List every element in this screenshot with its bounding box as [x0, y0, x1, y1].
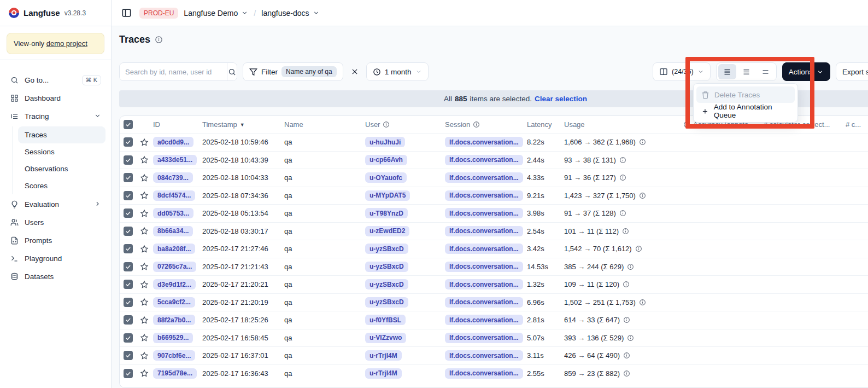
- menu-item-add-to-annotation-queue[interactable]: Add to Annotation Queue: [696, 103, 795, 119]
- star-icon[interactable]: [140, 316, 149, 325]
- row-checkbox[interactable]: [124, 351, 133, 360]
- user-badge[interactable]: u-MYpDAT5: [365, 190, 410, 201]
- trace-id-badge[interactable]: 07265c7a...: [153, 262, 196, 272]
- session-badge[interactable]: lf.docs.conversation...: [445, 190, 523, 201]
- row-checkbox[interactable]: [124, 209, 133, 218]
- column-header-timestamp[interactable]: Timestamp▼: [202, 120, 284, 129]
- session-badge[interactable]: lf.docs.conversation...: [445, 315, 523, 325]
- row-checkbox[interactable]: [124, 155, 133, 165]
- star-icon[interactable]: [140, 227, 149, 235]
- table-row[interactable]: a0cd0d9... 2025-02-18 10:59:46 qa u-huJh…: [120, 133, 868, 151]
- session-badge[interactable]: lf.docs.conversation...: [445, 226, 523, 236]
- column-header-id[interactable]: ID: [153, 120, 202, 129]
- row-checkbox[interactable]: [124, 280, 133, 289]
- star-icon[interactable]: [140, 298, 149, 306]
- info-icon[interactable]: [635, 245, 642, 252]
- info-icon[interactable]: [623, 316, 630, 323]
- user-badge[interactable]: u-yzSBxcD: [365, 244, 408, 254]
- sidebar-item-users[interactable]: Users: [5, 213, 105, 231]
- row-checkbox[interactable]: [124, 191, 133, 200]
- sidebar-item-goto[interactable]: Go to... ⌘ K: [5, 71, 105, 89]
- column-header-name[interactable]: Name: [284, 120, 365, 129]
- star-icon[interactable]: [140, 333, 149, 342]
- star-icon[interactable]: [140, 280, 149, 289]
- table-row[interactable]: 07265c7a... 2025-02-17 21:21:43 qa u-yzS…: [120, 258, 868, 276]
- star-icon[interactable]: [140, 209, 149, 218]
- user-badge[interactable]: u-rTrjI4M: [365, 350, 402, 361]
- sidebar-item-dashboard[interactable]: Dashboard: [5, 89, 105, 107]
- sidebar-item-sessions[interactable]: Sessions: [18, 143, 105, 160]
- session-badge[interactable]: lf.docs.conversation...: [445, 297, 523, 308]
- info-icon[interactable]: [619, 174, 626, 181]
- trace-id-badge[interactable]: 5cca9cf2...: [153, 297, 195, 308]
- table-row[interactable]: a433de51... 2025-02-18 10:43:39 qa u-cp6…: [120, 151, 868, 169]
- star-icon[interactable]: [140, 369, 149, 378]
- sidebar-item-prompts[interactable]: Prompts: [5, 231, 105, 250]
- row-height-small-button[interactable]: [718, 64, 736, 79]
- user-badge[interactable]: u-OYauofc: [365, 172, 407, 183]
- column-header-latency[interactable]: Latency: [527, 120, 564, 129]
- breadcrumb-org[interactable]: Langfuse Demo: [184, 9, 248, 18]
- column-header-usage[interactable]: Usage: [564, 120, 683, 129]
- column-header-session[interactable]: Session: [445, 120, 527, 129]
- table-row[interactable]: b669529... 2025-02-17 16:58:45 qa u-VIZz…: [120, 329, 868, 347]
- trace-id-badge[interactable]: 8dcf4574...: [153, 190, 195, 201]
- row-checkbox[interactable]: [124, 298, 133, 307]
- sidebar-item-scores[interactable]: Scores: [18, 177, 105, 194]
- session-badge[interactable]: lf.docs.conversation...: [445, 137, 523, 147]
- session-badge[interactable]: lf.docs.conversation...: [445, 172, 523, 183]
- info-icon[interactable]: [627, 263, 634, 270]
- trace-id-badge[interactable]: 7195d78e...: [153, 368, 197, 379]
- trace-id-badge[interactable]: 88f2a7b0...: [153, 315, 195, 325]
- sidebar-item-tracing[interactable]: Tracing: [5, 107, 105, 125]
- session-badge[interactable]: lf.docs.conversation...: [445, 208, 523, 218]
- session-badge[interactable]: lf.docs.conversation...: [445, 333, 523, 343]
- info-icon[interactable]: [623, 281, 630, 288]
- session-badge[interactable]: lf.docs.conversation...: [445, 262, 523, 272]
- sidebar-item-playground[interactable]: Playground: [5, 250, 105, 268]
- info-icon[interactable]: [639, 138, 646, 146]
- star-icon[interactable]: [140, 351, 149, 360]
- row-height-medium-button[interactable]: [737, 64, 755, 79]
- info-icon[interactable]: [639, 299, 646, 306]
- user-badge[interactable]: u-rTrjI4M: [365, 368, 402, 379]
- user-badge[interactable]: u-zEwdED2: [365, 226, 409, 236]
- table-row[interactable]: ba8a208f... 2025-02-17 21:27:46 qa u-yzS…: [120, 240, 868, 258]
- info-icon[interactable]: [155, 36, 163, 44]
- star-icon[interactable]: [140, 245, 149, 253]
- info-icon[interactable]: [622, 228, 629, 235]
- row-checkbox[interactable]: [124, 315, 133, 325]
- user-badge[interactable]: u-T98YnzD: [365, 208, 408, 218]
- sidebar-item-traces[interactable]: Traces: [18, 126, 105, 143]
- trace-id-badge[interactable]: dd05753...: [153, 208, 193, 218]
- info-icon[interactable]: [619, 210, 626, 217]
- clear-selection-link[interactable]: Clear selection: [535, 95, 587, 103]
- columns-button[interactable]: (24/36): [653, 62, 711, 81]
- row-checkbox[interactable]: [124, 369, 133, 378]
- sidebar-item-datasets[interactable]: Datasets: [5, 268, 105, 286]
- table-row[interactable]: 88f2a7b0... 2025-02-17 18:25:26 qa u-f0Y…: [120, 311, 868, 329]
- row-checkbox[interactable]: [124, 173, 133, 182]
- star-icon[interactable]: [140, 173, 149, 182]
- trace-id-badge[interactable]: 8b66a34...: [153, 226, 193, 236]
- trace-id-badge[interactable]: 084c739...: [153, 172, 193, 183]
- info-icon[interactable]: [639, 192, 646, 199]
- info-icon[interactable]: [623, 352, 630, 359]
- sidebar-item-evaluation[interactable]: Evaluation: [5, 195, 105, 213]
- row-checkbox[interactable]: [124, 262, 133, 271]
- user-badge[interactable]: u-huJhuJi: [365, 137, 405, 147]
- user-badge[interactable]: u-yzSBxcD: [365, 279, 408, 289]
- trace-id-badge[interactable]: a433de51...: [153, 155, 197, 165]
- row-checkbox[interactable]: [124, 333, 133, 343]
- user-badge[interactable]: u-VIZzvwo: [365, 333, 406, 343]
- row-height-large-button[interactable]: [756, 64, 775, 79]
- table-row[interactable]: dd05753... 2025-02-18 05:13:54 qa u-T98Y…: [120, 204, 868, 222]
- search-submit-button[interactable]: [227, 63, 237, 80]
- column-header-user[interactable]: User: [365, 120, 445, 129]
- filter-button[interactable]: Filter Name any of qa: [243, 62, 343, 81]
- time-range-button[interactable]: 1 month: [366, 62, 429, 81]
- session-badge[interactable]: lf.docs.conversation...: [445, 350, 523, 361]
- menu-item-delete-traces[interactable]: Delete Traces: [696, 86, 795, 103]
- user-badge[interactable]: u-yzSBxcD: [365, 262, 408, 272]
- row-checkbox[interactable]: [124, 227, 133, 236]
